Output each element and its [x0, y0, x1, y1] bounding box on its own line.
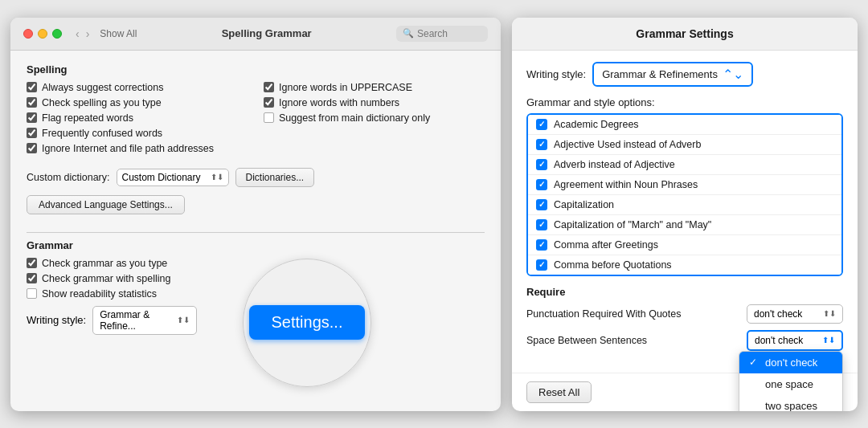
- option-academic-degrees[interactable]: Academic Degrees: [528, 115, 841, 135]
- capitalization-march-label: Capitalization of "March" and "May": [554, 219, 711, 230]
- spelling-option-7[interactable]: Ignore words with numbers: [264, 97, 485, 108]
- window-title: Spelling Grammar: [143, 27, 390, 39]
- search-input[interactable]: [417, 28, 481, 39]
- spelling-option-4[interactable]: Frequently confused words: [27, 128, 248, 139]
- check-spelling-label: Check spelling as you type: [42, 97, 162, 108]
- checkbox-main-dict[interactable]: [264, 112, 274, 123]
- checkbox-grammar-spelling[interactable]: [27, 273, 37, 283]
- blue-arrow-icon: ⌃⌄: [723, 67, 743, 82]
- option-comma-greetings[interactable]: Comma after Greetings: [528, 235, 841, 255]
- option-agreement-noun[interactable]: Agreement within Noun Phrases: [528, 175, 841, 195]
- grammar-options-list: Academic Degrees Adjective Used instead …: [526, 113, 843, 276]
- confused-words-label: Frequently confused words: [42, 128, 162, 139]
- advanced-language-button[interactable]: Advanced Language Settings...: [27, 195, 185, 214]
- checkbox-comma-greetings[interactable]: [536, 239, 547, 251]
- checkbox-adverb-adjective[interactable]: [536, 159, 547, 170]
- titlebar: ‹ › Show All Spelling Grammar 🔍: [10, 18, 501, 51]
- checkbox-academic-degrees[interactable]: [536, 119, 547, 130]
- space-dropdown-arrows-icon: ⬆⬇: [822, 336, 835, 344]
- custom-dict-label: Custom dictionary:: [27, 172, 110, 183]
- writing-style-row-right: Writing style: Grammar & Refinements ⌃⌄: [526, 62, 843, 87]
- grammar-options-label: Grammar and style options:: [526, 96, 843, 108]
- writing-style-select[interactable]: Grammar & Refine... ⬆⬇: [92, 306, 197, 335]
- option-adverb-adjective[interactable]: Adverb instead of Adjective: [528, 155, 841, 175]
- settings-overlay: Settings...: [243, 259, 371, 387]
- spelling-option-5[interactable]: Ignore Internet and file path addresses: [27, 143, 248, 154]
- spelling-option-3[interactable]: Flag repeated words: [27, 112, 248, 124]
- checkbox-numbers[interactable]: [264, 97, 274, 108]
- require-section: Require Punctuation Required With Quotes…: [526, 286, 843, 351]
- readability-label: Show readability statistics: [42, 288, 157, 300]
- checkbox-comma-quotations[interactable]: [536, 259, 547, 271]
- space-value: don't check: [755, 335, 803, 346]
- writing-style-right-label: Writing style:: [526, 68, 586, 80]
- punctuation-dropdown[interactable]: don't check ⬆⬇: [747, 304, 843, 324]
- spelling-option-1[interactable]: Always suggest corrections: [27, 82, 248, 93]
- checkbox-always-suggest[interactable]: [27, 82, 37, 92]
- punctuation-row: Punctuation Required With Quotes don't c…: [526, 304, 843, 324]
- checkbox-grammar-type[interactable]: [27, 258, 37, 268]
- punctuation-label: Punctuation Required With Quotes: [526, 308, 681, 320]
- checkbox-readability[interactable]: [27, 288, 37, 299]
- dictionaries-button[interactable]: Dictionaries...: [235, 168, 315, 187]
- checkbox-check-spelling[interactable]: [27, 97, 37, 108]
- writing-style-right-value: Grammar & Refinements: [602, 68, 718, 80]
- grammar-type-label: Check grammar as you type: [42, 258, 167, 269]
- option-capitalization[interactable]: Capitalization: [528, 195, 841, 215]
- right-panel: Grammar Settings Writing style: Grammar …: [512, 18, 858, 411]
- writing-style-right-select[interactable]: Grammar & Refinements ⌃⌄: [592, 62, 753, 87]
- spelling-option-8[interactable]: Suggest from main dictionary only: [264, 112, 485, 124]
- reset-all-button[interactable]: Reset All: [526, 381, 592, 403]
- checkbox-agreement-noun[interactable]: [536, 179, 547, 190]
- always-suggest-label: Always suggest corrections: [42, 82, 163, 93]
- dropdown-arrows-icon: ⬆⬇: [823, 309, 836, 318]
- numbers-label: Ignore words with numbers: [279, 97, 399, 108]
- dropdown-option-one-space[interactable]: one space: [739, 373, 842, 395]
- adverb-adjective-label: Adverb instead of Adjective: [554, 159, 675, 170]
- grammar-settings-title: Grammar Settings: [525, 27, 845, 40]
- space-dropdown-menu: ✓ don't check one space two spaces: [739, 351, 843, 411]
- checkbox-flag-repeated[interactable]: [27, 112, 37, 123]
- space-dropdown[interactable]: don't check ⬆⬇: [747, 330, 843, 351]
- checkbox-uppercase[interactable]: [264, 82, 274, 92]
- space-row: Space Between Sentences don't check ⬆⬇ ✓…: [526, 330, 843, 351]
- require-title: Require: [526, 286, 843, 298]
- checkbox-confused-words[interactable]: [27, 128, 37, 138]
- custom-dict-value: Custom Dictionary: [122, 172, 201, 183]
- comma-quotations-label: Comma before Quotations: [554, 259, 672, 271]
- grammar-section-title: Grammar: [27, 239, 485, 251]
- minimize-button[interactable]: [38, 29, 47, 39]
- search-icon: 🔍: [403, 28, 414, 39]
- traffic-lights: [23, 29, 62, 39]
- checkbox-internet-addresses[interactable]: [27, 143, 37, 153]
- close-button[interactable]: [23, 29, 33, 39]
- left-panel: ‹ › Show All Spelling Grammar 🔍 Spelling…: [10, 18, 501, 411]
- dont-check-label: don't check: [765, 357, 817, 369]
- divider: [27, 232, 485, 233]
- agreement-noun-label: Agreement within Noun Phrases: [554, 179, 698, 190]
- checkbox-capitalization[interactable]: [536, 199, 547, 210]
- search-box[interactable]: 🔍: [396, 26, 488, 42]
- show-all-link[interactable]: Show All: [100, 28, 137, 39]
- forward-arrow[interactable]: ›: [84, 27, 92, 40]
- writing-style-value: Grammar & Refine...: [100, 309, 174, 332]
- maximize-button[interactable]: [52, 29, 62, 39]
- checkbox-adjective-adverb[interactable]: [536, 139, 547, 150]
- writing-style-label: Writing style:: [27, 314, 86, 326]
- back-arrow[interactable]: ‹: [73, 27, 82, 40]
- dropdown-option-dont-check[interactable]: ✓ don't check: [739, 352, 842, 373]
- right-content: Writing style: Grammar & Refinements ⌃⌄ …: [512, 51, 858, 373]
- option-capitalization-march[interactable]: Capitalization of "March" and "May": [528, 215, 841, 235]
- internet-addresses-label: Ignore Internet and file path addresses: [42, 143, 214, 154]
- right-titlebar: Grammar Settings: [512, 18, 858, 51]
- dropdown-option-two-spaces[interactable]: two spaces: [739, 395, 842, 411]
- adjective-adverb-label: Adjective Used instead of Adverb: [554, 139, 701, 150]
- settings-button[interactable]: Settings...: [249, 305, 366, 340]
- option-adjective-adverb[interactable]: Adjective Used instead of Adverb: [528, 135, 841, 155]
- custom-dict-select[interactable]: Custom Dictionary ⬆⬇: [117, 169, 229, 186]
- option-comma-quotations[interactable]: Comma before Quotations: [528, 255, 841, 275]
- checkbox-capitalization-march[interactable]: [536, 219, 547, 230]
- spelling-option-2[interactable]: Check spelling as you type: [27, 97, 248, 108]
- spelling-option-6[interactable]: Ignore words in UPPERCASE: [264, 82, 485, 93]
- space-label: Space Between Sentences: [526, 335, 647, 346]
